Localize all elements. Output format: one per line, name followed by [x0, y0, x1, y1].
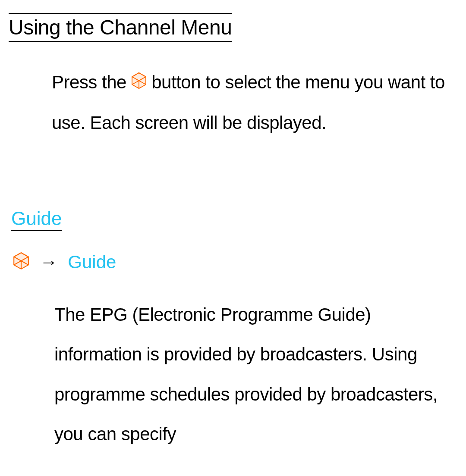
smart-hub-cube-icon	[13, 252, 29, 274]
navigation-path: → Guide	[13, 252, 457, 274]
intro-paragraph: Press the button to select the menu you …	[52, 63, 449, 143]
guide-body-paragraph: The EPG (Electronic Programme Guide) inf…	[54, 295, 449, 454]
nav-arrow: →	[40, 252, 58, 272]
section-heading: Using the Channel Menu	[9, 13, 457, 42]
section-title: Using the Channel Menu	[9, 13, 232, 42]
guide-subsection: Guide → Guide The EPG (Electronic Progra…	[11, 208, 457, 454]
nav-target: Guide	[68, 252, 116, 272]
smart-hub-cube-icon	[131, 63, 147, 103]
intro-before: Press the	[52, 72, 131, 92]
subsection-title: Guide	[11, 208, 62, 231]
